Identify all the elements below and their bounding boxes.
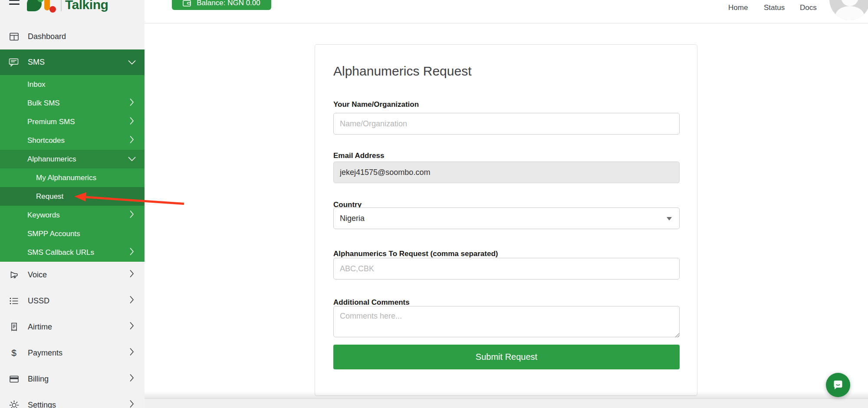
sidebar-item-label: Airtime [28, 322, 52, 332]
sidebar-item-label: My Alphanumerics [36, 174, 96, 182]
email-field [333, 161, 680, 183]
sidebar-item-label: Inbox [27, 80, 46, 89]
nav-home[interactable]: Home [728, 3, 748, 12]
list-icon [9, 296, 19, 306]
sidebar-item-label: Billing [28, 375, 49, 384]
sidebar-item-label: Alphanumerics [27, 155, 76, 164]
submit-request-button[interactable]: Submit Request [333, 345, 680, 369]
sidebar-item-my-alphanumerics[interactable]: My Alphanumerics [0, 168, 145, 187]
sidebar-item-dashboard[interactable]: Dashboard [0, 23, 145, 49]
sidebar-item-billing[interactable]: Billing [0, 366, 145, 392]
sms-chat-icon [9, 57, 19, 68]
country-selected-value: Nigeria [340, 214, 365, 223]
chevron-down-icon [667, 217, 672, 220]
sidebar-item-label: Dashboard [28, 32, 66, 41]
chevron-right-icon [130, 400, 134, 408]
logo-divider [61, 0, 62, 11]
sidebar-item-label: SMS [28, 58, 45, 67]
sidebar-item-sms[interactable]: SMS [0, 49, 145, 75]
chat-widget-button[interactable] [826, 373, 850, 397]
sidebar-item-sms-callback-urls[interactable]: SMS Callback URLs [0, 243, 145, 262]
brand-logo[interactable]: Talking [27, 0, 108, 15]
sidebar: Talking Dashboard SMS Inbox Bulk SMS [0, 0, 145, 408]
sidebar-item-label: Payments [28, 349, 62, 358]
page-title: Alphanumerics Request [333, 64, 472, 79]
chevron-right-icon [130, 322, 134, 332]
sidebar-item-label: Keywords [27, 211, 60, 220]
receipt-icon [9, 322, 19, 332]
sms-submenu: Inbox Bulk SMS Premium SMS Shortcodes Al… [0, 75, 145, 262]
brand-mark-icon [27, 0, 58, 15]
sidebar-item-label: SMPP Accounts [27, 230, 80, 238]
chevron-right-icon [130, 348, 134, 358]
app-root: Talking Dashboard SMS Inbox Bulk SMS [0, 0, 868, 408]
footer-band [145, 398, 868, 408]
chevron-right-icon [130, 374, 134, 384]
sidebar-item-airtime[interactable]: Airtime [0, 314, 145, 340]
user-avatar[interactable] [829, 0, 868, 20]
main-area: Balance: NGN 0.00 Home Status Docs Alpha… [145, 0, 868, 408]
sidebar-item-label: Premium SMS [27, 118, 75, 126]
chevron-right-icon [130, 117, 134, 127]
comments-textarea[interactable] [333, 306, 680, 337]
balance-label: Balance: NGN 0.00 [197, 0, 260, 7]
sidebar-item-label: USSD [28, 296, 49, 306]
chevron-right-icon [130, 247, 134, 257]
sidebar-item-label: Request [36, 192, 63, 201]
sidebar-item-request[interactable]: Request [0, 187, 145, 206]
sidebar-item-label: Bulk SMS [27, 99, 60, 108]
sidebar-item-label: Shortcodes [27, 136, 65, 145]
brand-name: Talking [65, 0, 108, 12]
dashboard-icon [9, 31, 19, 42]
header-divider [145, 23, 868, 23]
resize-handle-icon[interactable] [674, 332, 680, 337]
sidebar-item-inbox[interactable]: Inbox [0, 75, 145, 94]
sidebar-item-settings[interactable]: Settings [0, 392, 145, 408]
sidebar-item-payments[interactable]: $ Payments [0, 340, 145, 366]
sidebar-item-premium-sms[interactable]: Premium SMS [0, 112, 145, 131]
sidebar-item-label: Voice [28, 270, 47, 280]
chat-bubble-icon [832, 379, 845, 391]
avatar-person-icon [841, 0, 858, 6]
wallet-icon [183, 0, 191, 7]
chevron-right-icon [130, 296, 134, 306]
chevron-right-icon [130, 98, 134, 108]
balance-button[interactable]: Balance: NGN 0.00 [172, 0, 271, 10]
email-label: Email Address [333, 151, 384, 160]
credit-card-icon [9, 374, 19, 384]
alphanumerics-label: Alphanumerics To Request (comma separate… [333, 250, 498, 258]
nav-status[interactable]: Status [764, 3, 785, 12]
chevron-right-icon [130, 270, 134, 280]
sidebar-item-label: SMS Callback URLs [27, 248, 94, 257]
megaphone-icon [9, 270, 19, 280]
chevron-down-icon [128, 155, 136, 164]
sidebar-item-bulk-sms[interactable]: Bulk SMS [0, 94, 145, 112]
menu-icon[interactable] [9, 0, 20, 5]
sidebar-item-shortcodes[interactable]: Shortcodes [0, 131, 145, 150]
sidebar-item-alphanumerics[interactable]: Alphanumerics [0, 150, 145, 168]
chevron-right-icon [130, 135, 134, 145]
sidebar-item-voice[interactable]: Voice [0, 262, 145, 288]
sidebar-item-smpp-accounts[interactable]: SMPP Accounts [0, 224, 145, 243]
gear-icon [9, 400, 19, 408]
nav-docs[interactable]: Docs [800, 3, 817, 12]
sidebar-item-ussd[interactable]: USSD [0, 288, 145, 314]
name-input[interactable] [333, 113, 680, 135]
comments-label: Additional Comments [333, 298, 410, 307]
alphanumerics-input[interactable] [333, 258, 680, 280]
sidebar-item-label: Settings [28, 401, 56, 408]
footer-shadow [145, 392, 868, 398]
alphanumerics-request-card: Alphanumerics Request Your Name/Organiza… [315, 44, 697, 396]
country-select[interactable]: Nigeria [333, 207, 680, 229]
chevron-down-icon [128, 58, 136, 67]
logo-row: Talking [0, 0, 145, 23]
name-label: Your Name/Organization [333, 100, 419, 109]
dollar-icon: $ [9, 348, 19, 358]
sidebar-item-keywords[interactable]: Keywords [0, 206, 145, 224]
chevron-right-icon [130, 210, 134, 220]
